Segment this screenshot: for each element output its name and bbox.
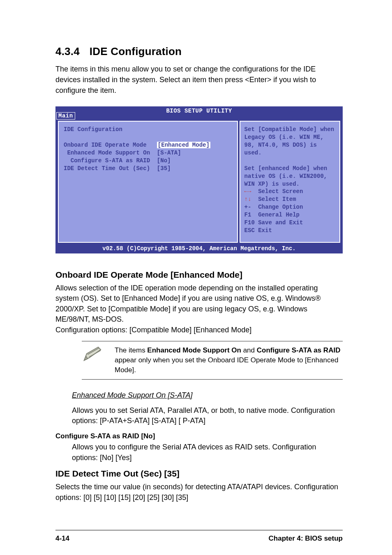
onboard-options: Configuration options: [Compatible Mode]… [55, 325, 343, 336]
bios-right-panel: Set [Compatible Mode] when Legacy OS (i.… [240, 121, 340, 242]
note-bold-1: Enhanced Mode Support On [147, 346, 241, 354]
section-title: IDE Configuration [90, 45, 182, 58]
page-footer: 4-14 Chapter 4: BIOS setup [55, 530, 343, 543]
bios-body: IDE Configuration Onboard IDE Operate Mo… [55, 119, 343, 244]
note-text: The items Enhanced Mode Support On and C… [115, 345, 343, 375]
enhanced-mode-body: Allows you to set Serial ATA, Parallel A… [72, 405, 343, 426]
note-prefix: The items [115, 346, 147, 354]
onboard-heading: Onboard IDE Operate Mode [Enhanced Mode] [55, 270, 343, 280]
bios-left-panel: IDE Configuration Onboard IDE Operate Mo… [58, 121, 238, 242]
note-pencil-icon [82, 345, 104, 363]
chapter-label: Chapter 4: BIOS setup [269, 534, 343, 543]
bios-help-text: Set [Compatible Mode] when Legacy OS (i.… [244, 126, 335, 188]
page-number: 4-14 [55, 534, 69, 543]
note-mid: and [241, 346, 257, 354]
timeout-heading: IDE Detect Time Out (Sec) [35] [55, 469, 343, 479]
onboard-body: Allows selection of the IDE operation mo… [55, 283, 343, 325]
timeout-body: Selects the time our value (in seconds) … [55, 482, 343, 503]
section-heading: 4.3.4IDE Configuration [55, 45, 343, 58]
intro-paragraph: The items in this menu allow you to set … [55, 64, 343, 96]
bios-nav: ←→ Select Screen ↑↓ Select Item +- Chang… [244, 188, 335, 237]
note-bold-2: Configure S-ATA as RAID [257, 346, 341, 354]
bios-titlebar: BIOS SETUP UTILITY Main [55, 106, 343, 119]
bios-screen: BIOS SETUP UTILITY Main IDE Configuratio… [55, 106, 343, 253]
bios-footer: v02.58 (C)Copyright 1985-2004, American … [55, 244, 343, 253]
bios-tab-main: Main [56, 112, 75, 120]
section-number: 4.3.4 [55, 45, 80, 58]
note-suffix: appear only when you set the Onboard IDE… [115, 356, 338, 374]
raid-body: Allows you to configure the Serial ATA d… [72, 442, 343, 463]
bios-title: BIOS SETUP UTILITY [166, 108, 232, 114]
raid-heading: Configure S-ATA as RAID [No] [55, 432, 343, 440]
enhanced-mode-heading: Enhanced Mode Support On [S-ATA] [72, 391, 343, 400]
note-callout: The items Enhanced Mode Support On and C… [82, 341, 343, 379]
